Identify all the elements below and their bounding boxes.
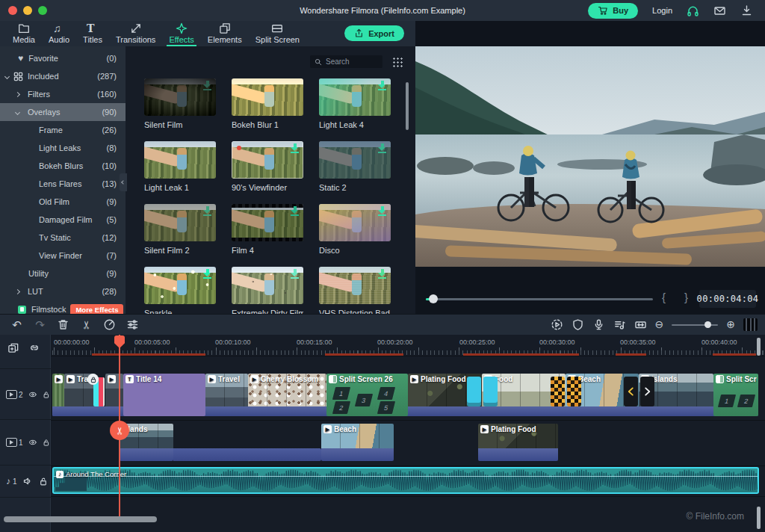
more-effects-badge[interactable]: More Effects <box>70 304 123 315</box>
transition-mosaic[interactable] <box>551 377 581 406</box>
sidebar-item-damaged-film[interactable]: Damaged Film (5) <box>0 211 126 229</box>
seek-track[interactable] <box>426 298 653 300</box>
mark-in-button[interactable]: { <box>662 291 666 303</box>
clip-travel-2[interactable]: ▶Travel <box>205 374 248 416</box>
mask-shield-icon[interactable] <box>572 318 584 331</box>
sidebar-item-filmstock[interactable]: Filmstock More Effects <box>0 300 126 314</box>
buy-button[interactable]: Buy <box>588 3 638 19</box>
effect-card-extremely-dirty-film[interactable]: Extremely Dirty Film <box>232 267 303 318</box>
tab-elements[interactable]: Elements <box>201 21 249 46</box>
playhead-marker[interactable] <box>114 335 125 348</box>
zoom-slider-handle[interactable] <box>704 321 711 328</box>
sidebar-item-old-film[interactable]: Old Film (9) <box>0 193 126 211</box>
sidebar-item-lens-flares[interactable]: Lens Flares (13) <box>0 175 126 193</box>
playhead-split-button[interactable]: ✂ <box>110 421 129 440</box>
transition-arrows[interactable] <box>624 377 654 406</box>
transition-cyan[interactable] <box>467 377 498 406</box>
effect-card-light-leak-1[interactable]: Light Leak 1 <box>144 141 216 192</box>
timecode-display: 00:00:04:04 <box>699 290 756 308</box>
close-window-button[interactable] <box>8 6 17 15</box>
timeline-horizontal-scrollbar[interactable] <box>4 516 157 522</box>
effects-scrollbar[interactable] <box>406 82 409 130</box>
effect-card-film-4[interactable]: Film 4 <box>232 204 303 255</box>
sidebar-item-bokeh-blurs[interactable]: Bokeh Blurs (10) <box>0 157 126 175</box>
eye-icon[interactable] <box>28 389 37 400</box>
sidebar-item-view-finder[interactable]: View Finder (7) <box>0 247 126 265</box>
sidebar-item-overlays[interactable]: Overlays (90) <box>0 103 126 121</box>
tab-media[interactable]: Media <box>6 21 42 46</box>
clip-mini-1[interactable]: ▶T <box>52 374 64 416</box>
support-headset-icon[interactable] <box>687 4 699 17</box>
sidebar-item-favorite[interactable]: ♥ Favorite (0) <box>0 49 126 67</box>
lock-icon[interactable] <box>42 389 51 400</box>
clip-around-the-corner[interactable]: ♪ Around The Corner <box>52 467 759 494</box>
adjust-sliders-icon[interactable] <box>126 318 139 331</box>
effect-card-sparkle[interactable]: Sparkle <box>144 267 216 318</box>
effect-card-light-leak-4[interactable]: Light Leak 4 <box>319 78 391 129</box>
eye-icon[interactable] <box>28 437 37 448</box>
sidebar-item-tv-static[interactable]: Tv Static (12) <box>0 229 126 247</box>
effect-card-silent-film[interactable]: Silent Film <box>144 78 216 129</box>
effect-card-disco[interactable]: Disco <box>319 204 391 255</box>
grid-view-icon[interactable] <box>391 56 403 67</box>
tab-split-screen[interactable]: Split Screen <box>249 21 306 46</box>
download-center-icon[interactable] <box>740 4 753 17</box>
tab-titles[interactable]: T Titles <box>76 21 109 46</box>
clip-plating-food-1[interactable]: ▶Plating Food <box>478 424 558 461</box>
sidebar-item-included[interactable]: Included (287) <box>0 67 126 85</box>
link-icon[interactable] <box>28 342 40 354</box>
sidebar-item-lut[interactable]: LUT (28) <box>0 282 126 300</box>
lock-icon[interactable] <box>38 476 49 486</box>
clip-split-screen-26[interactable]: Split Screen 26 1 2 3 4 5 <box>326 374 408 416</box>
sidebar-item-light-leaks[interactable]: Light Leaks (8) <box>0 139 126 157</box>
voiceover-mic-icon[interactable] <box>592 318 605 331</box>
search-box[interactable] <box>310 55 382 68</box>
login-button[interactable]: Login <box>652 6 672 15</box>
sidebar-item-frame[interactable]: Frame (26) <box>0 121 126 139</box>
timeline-zoom-slider[interactable] <box>672 318 718 331</box>
mail-icon[interactable] <box>713 4 726 17</box>
add-track-icon[interactable] <box>7 342 19 354</box>
clip-mini-2[interactable]: ▶ <box>105 374 123 416</box>
minimize-window-button[interactable] <box>23 6 32 15</box>
effect-card-vhs-distortion-bad[interactable]: VHS Distortion Bad <box>319 267 391 318</box>
sidebar-item-utility[interactable]: Utility (9) <box>0 265 126 282</box>
seek-handle[interactable] <box>429 294 438 303</box>
clip-beach-1[interactable]: ▶Beach <box>321 424 394 461</box>
zoom-in-icon[interactable]: ⊕ <box>726 318 735 331</box>
effect-card-static-2[interactable]: Static 2 <box>319 141 391 192</box>
timeline-content[interactable]: 00:00:00:00 00:00:05:00 00:00:10:00 00:0… <box>51 335 765 532</box>
export-button[interactable]: Export <box>344 25 404 41</box>
video-preview[interactable] <box>415 46 765 267</box>
effect-card-90s-viewfinder[interactable]: 90's Viewfinder <box>232 141 303 192</box>
speed-icon[interactable] <box>103 318 116 331</box>
undo-icon[interactable]: ↶ <box>10 318 23 331</box>
tab-effects[interactable]: Effects <box>162 21 200 46</box>
effect-thumbnail <box>232 141 303 179</box>
clip-cherry-blossom[interactable]: ▶Cherry Blossom <box>248 374 326 416</box>
clip-title-14[interactable]: TTitle 14 <box>123 374 205 416</box>
download-icon <box>291 143 300 153</box>
fullscreen-window-button[interactable] <box>38 6 47 15</box>
redo-icon[interactable]: ↷ <box>34 318 46 331</box>
search-input[interactable] <box>326 58 378 66</box>
effect-card-bokeh-blur-1[interactable]: Bokeh Blur 1 <box>232 78 303 129</box>
delete-trash-icon[interactable] <box>57 318 69 331</box>
lock-icon[interactable] <box>42 437 51 448</box>
audio-mixer-icon[interactable] <box>613 318 626 331</box>
split-scissors-icon[interactable]: ✂ <box>80 318 93 331</box>
clip-split-screen-2[interactable]: Split Scre 1 2 <box>713 374 758 416</box>
render-preview-icon[interactable] <box>551 318 563 331</box>
sidebar-item-filters[interactable]: Filters (160) <box>0 85 126 103</box>
timeline-vertical-scrollbar[interactable] <box>757 338 761 356</box>
effect-card-silent-film-2[interactable]: Silent Film 2 <box>144 204 216 255</box>
mark-out-button[interactable]: } <box>684 291 688 303</box>
track-height-icon[interactable] <box>743 318 758 331</box>
zoom-out-icon[interactable]: ⊖ <box>655 318 664 331</box>
tab-transitions[interactable]: Transitions <box>109 21 162 46</box>
panel-collapse-button[interactable] <box>120 173 127 191</box>
timeline-vertical-scrollbar-bottom[interactable] <box>757 507 761 529</box>
fit-timeline-icon[interactable] <box>634 318 647 331</box>
tab-audio[interactable]: ♫ Audio <box>42 21 76 46</box>
speaker-icon[interactable] <box>22 476 33 486</box>
